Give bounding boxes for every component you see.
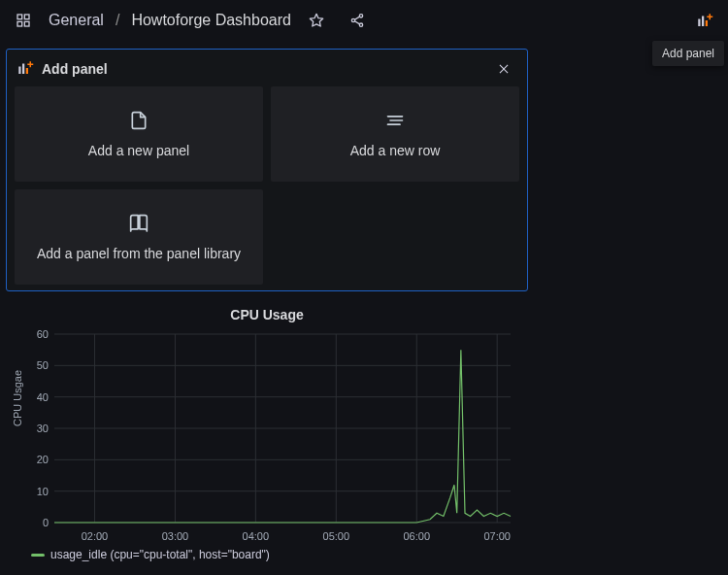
add-panel-tooltip: Add panel [652,41,724,66]
chart-area: CPU Usgae 010203040506002:0003:0004:0005… [14,328,520,544]
svg-point-7 [359,23,362,26]
svg-rect-3 [24,21,29,26]
card-label: Add a new panel [88,143,189,158]
svg-rect-15 [18,66,20,74]
svg-rect-17 [26,68,28,74]
y-axis-label: CPU Usgae [12,370,23,426]
svg-marker-4 [310,14,322,26]
svg-text:50: 50 [37,359,49,371]
add-panel-button[interactable] [689,5,720,36]
svg-line-9 [354,21,359,24]
card-add-new-panel[interactable]: Add a new panel [15,86,263,182]
breadcrumb-root[interactable]: General [49,12,104,29]
svg-text:60: 60 [37,328,49,340]
close-icon[interactable] [492,57,515,81]
share-icon[interactable] [342,5,373,36]
panel-title: CPU Usage [14,303,520,328]
svg-text:04:00: 04:00 [243,530,270,542]
dashboard-grid-icon[interactable] [8,5,39,36]
legend-swatch [31,554,45,557]
svg-rect-14 [707,17,712,18]
svg-text:0: 0 [43,517,49,528]
svg-text:10: 10 [37,486,49,497]
card-label: Add a new row [350,143,441,158]
svg-rect-11 [702,17,704,27]
svg-point-5 [359,15,362,17]
svg-rect-1 [24,15,29,19]
chart-legend[interactable]: usage_idle (cpu="cpu-total", host="board… [14,544,520,561]
svg-text:30: 30 [37,423,49,434]
breadcrumb-separator: / [114,12,121,29]
star-icon[interactable] [301,5,332,36]
svg-point-6 [351,18,354,21]
file-icon [129,111,149,133]
svg-rect-10 [698,19,700,27]
svg-text:07:00: 07:00 [483,530,511,542]
rows-icon [384,111,406,133]
legend-label: usage_idle (cpu="cpu-total", host="board… [50,548,270,561]
svg-rect-19 [27,63,33,65]
add-panel-drawer: Add panel Add a new panel [6,49,528,291]
panel-cpu-usage[interactable]: CPU Usage CPU Usgae 010203040506002:0003… [6,297,528,571]
svg-line-8 [354,17,359,19]
svg-text:40: 40 [37,391,49,403]
svg-rect-0 [17,15,22,19]
svg-rect-12 [706,20,708,26]
svg-rect-16 [22,63,24,74]
card-add-from-library[interactable]: Add a panel from the panel library [15,189,263,285]
svg-text:03:00: 03:00 [162,530,189,542]
top-toolbar: General / Howtoforge Dashboard [0,0,728,41]
svg-text:02:00: 02:00 [82,530,109,542]
add-panel-header-icon [17,59,34,80]
card-add-new-row[interactable]: Add a new row [271,86,519,182]
svg-text:05:00: 05:00 [323,530,350,542]
breadcrumb-current[interactable]: Howtoforge Dashboard [131,12,291,29]
drawer-title: Add panel [42,61,108,77]
svg-text:20: 20 [37,454,49,465]
svg-text:06:00: 06:00 [403,530,430,542]
book-icon [128,214,149,236]
svg-rect-2 [17,21,22,26]
card-label: Add a panel from the panel library [37,246,241,261]
